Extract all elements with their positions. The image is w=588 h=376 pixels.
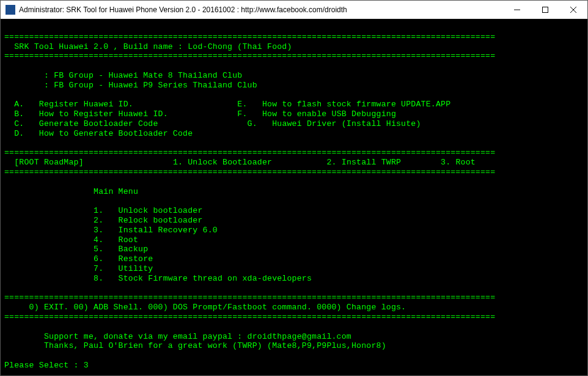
blank-line <box>4 90 9 100</box>
divider: ========================================… <box>4 148 495 157</box>
blank-line <box>4 61 9 70</box>
blank-line <box>4 177 9 186</box>
window-title: Administrator: SRK Tool for Huawei Phone… <box>19 6 503 14</box>
menu-item-5: 5. Backup <box>4 245 148 254</box>
roadmap-step1: 1. Unlock Bootloader <box>173 158 272 167</box>
divider: ========================================… <box>4 51 495 61</box>
roadmap-step3: 3. Root <box>441 158 476 167</box>
blank-line <box>4 322 9 331</box>
blank-line <box>4 139 9 148</box>
info-c: C. Generate Bootloader Code <box>4 119 158 128</box>
fb-group-2: : FB Group - Huawei P9 Series Thailand C… <box>4 81 257 90</box>
header-line: SRK Tool Huawei 2.0 , Build name : Lod-C… <box>4 42 292 51</box>
divider: ========================================… <box>4 32 495 42</box>
divider: ========================================… <box>4 293 495 302</box>
prompt-input[interactable]: 3 <box>84 361 89 370</box>
menu-item-1: 1. Unlock bootloader <box>4 206 203 215</box>
divider: ========================================… <box>4 168 495 177</box>
menu-item-8: 8. Stock Firmware thread on xda-develope… <box>4 274 312 283</box>
fb-group-1: : FB Group - Huawei Mate 8 Thailand Club <box>4 71 242 80</box>
menu-title: Main Menu <box>4 187 138 196</box>
title-bar: Administrator: SRK Tool for Huawei Phone… <box>1 1 587 19</box>
app-icon <box>6 5 15 15</box>
info-b: B. How to Register Huawei ID. <box>4 109 168 119</box>
info-d: D. How to Generate Bootloader Code <box>4 129 193 138</box>
menu-item-2: 2. Relock bootloader <box>4 216 203 225</box>
blank-line <box>4 196 9 205</box>
menu-item-4: 4. Root <box>4 235 138 245</box>
info-g: G. Huawei Driver (Install Hisute) <box>248 119 421 128</box>
footer-options: 0) EXIT. 00) ADB Shell. 000) DOS Prompt/… <box>4 303 406 312</box>
blank-line <box>4 351 9 360</box>
blank-line <box>4 23 9 32</box>
close-button[interactable] <box>559 1 587 18</box>
info-e: E. How to flash stock firmware UPDATE.AP… <box>237 100 450 109</box>
support-line-2: Thanks, Paul O'Brien for a great work (T… <box>4 341 386 350</box>
divider: ========================================… <box>4 312 495 322</box>
roadmap-step2: 2. Install TWRP <box>326 158 401 167</box>
prompt-label: Please Select : <box>4 361 84 370</box>
menu-item-6: 6. Restore <box>4 254 153 264</box>
support-line-1: Support me, donate via my email paypal :… <box>4 332 351 341</box>
maximize-button[interactable] <box>531 1 559 18</box>
info-f: F. How to enable USB Debugging <box>237 109 396 119</box>
menu-item-3: 3. Install Recovery 6.0 <box>4 226 218 235</box>
window-controls <box>503 1 587 18</box>
terminal-output[interactable]: ========================================… <box>1 19 587 375</box>
svg-rect-1 <box>543 7 548 12</box>
minimize-button[interactable] <box>503 1 531 18</box>
blank-line <box>4 284 9 293</box>
roadmap-label: [ROOT RoadMap] <box>4 158 84 167</box>
info-a: A. Register Huawei ID. <box>4 100 133 109</box>
menu-item-7: 7. Utility <box>4 264 153 273</box>
